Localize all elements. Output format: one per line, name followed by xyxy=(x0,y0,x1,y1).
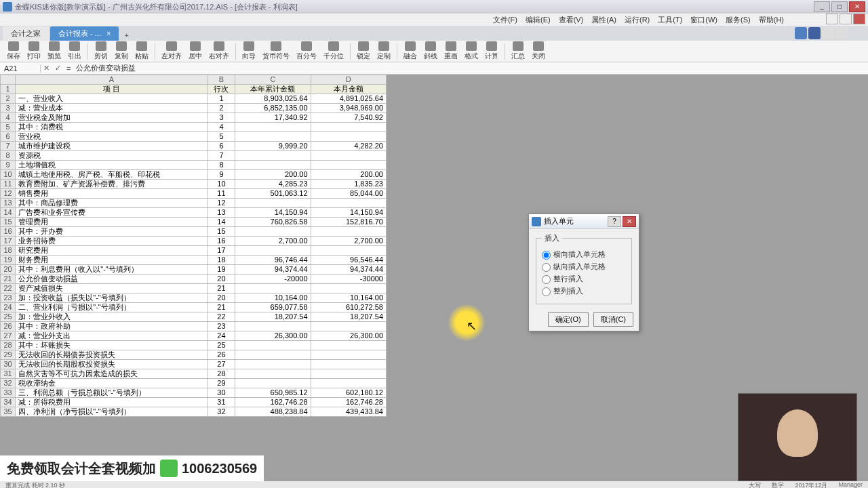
doc-minimize[interactable] xyxy=(826,14,838,24)
row-header[interactable]: 1 xyxy=(1,85,16,94)
row-header[interactable]: 20 xyxy=(1,265,16,274)
cell[interactable] xyxy=(235,227,311,237)
cell[interactable] xyxy=(235,284,311,293)
menu-item[interactable]: 工具(T) xyxy=(655,14,685,26)
row-header[interactable]: 31 xyxy=(1,369,16,379)
close-button[interactable]: ✕ xyxy=(849,1,865,12)
cell[interactable]: 26,300.00 xyxy=(311,331,386,341)
cell[interactable]: 4,891,025.64 xyxy=(311,94,386,104)
col-header[interactable]: D xyxy=(311,75,386,85)
cell[interactable]: 二、营业利润（亏损以"-"号填列） xyxy=(16,303,208,312)
cell[interactable]: 12 xyxy=(208,199,235,208)
cell[interactable]: 27 xyxy=(208,360,235,369)
cell[interactable]: 24 xyxy=(208,331,235,341)
cell[interactable]: 650,985.12 xyxy=(235,388,311,398)
cell[interactable]: 162,746.28 xyxy=(311,398,386,407)
cell[interactable]: 8 xyxy=(208,161,235,170)
cell[interactable]: 94,374.44 xyxy=(311,265,386,274)
cell[interactable] xyxy=(311,284,386,293)
row-header[interactable]: 35 xyxy=(1,407,16,417)
cell[interactable]: 三、利润总额（亏损总额以"-"号填列） xyxy=(16,388,208,398)
cell[interactable]: 6,852,135.00 xyxy=(235,104,311,113)
cell[interactable] xyxy=(235,360,311,369)
cell[interactable]: 其中：消费税 xyxy=(16,123,208,132)
cell[interactable]: 15 xyxy=(208,227,235,237)
cell[interactable]: 其中：开办费 xyxy=(16,227,208,237)
cell[interactable]: 无法收回的长期股权投资损失 xyxy=(16,360,208,369)
toolbar-粘贴[interactable]: 粘贴 xyxy=(132,41,151,62)
toolbar-百分号[interactable]: 百分号 xyxy=(294,41,319,62)
smile-icon[interactable] xyxy=(822,27,834,39)
dialog-close-button[interactable]: ✕ xyxy=(623,216,636,227)
header-cell[interactable]: 项 目 xyxy=(16,85,208,94)
row-header[interactable]: 8 xyxy=(1,151,16,161)
radio-option[interactable]: 纵向插入单元格 xyxy=(542,262,626,272)
toolbar-重画[interactable]: 重画 xyxy=(441,41,460,62)
cell[interactable]: 14 xyxy=(208,218,235,227)
cell[interactable]: 11 xyxy=(208,189,235,199)
cell[interactable]: 城市维护建设税 xyxy=(16,142,208,151)
cell[interactable]: 8,903,025.64 xyxy=(235,94,311,104)
cell[interactable]: 城镇土地使用税、房产税、车船税、印花税 xyxy=(16,170,208,180)
cell[interactable]: 3 xyxy=(208,113,235,123)
cancel-fx-icon[interactable]: ✕ xyxy=(41,64,52,73)
cell[interactable]: 760,826.58 xyxy=(235,218,311,227)
cell[interactable]: 21 xyxy=(208,303,235,312)
cell[interactable]: 28 xyxy=(208,369,235,379)
cell[interactable]: 加：营业外收入 xyxy=(16,312,208,322)
cell[interactable]: 资产减值损失 xyxy=(16,284,208,293)
row-header[interactable]: 30 xyxy=(1,360,16,369)
cell[interactable]: 研究费用 xyxy=(16,246,208,256)
cell[interactable]: 广告费和业务宣传费 xyxy=(16,208,208,218)
cell[interactable]: 营业税金及附加 xyxy=(16,113,208,123)
toolbar-千分位[interactable]: 千分位 xyxy=(321,41,347,62)
cell[interactable]: 14,150.94 xyxy=(235,208,311,218)
radio-option[interactable]: 整列插入 xyxy=(542,286,626,296)
cell[interactable]: 1 xyxy=(208,94,235,104)
cell[interactable] xyxy=(311,123,386,132)
cell[interactable]: 23 xyxy=(208,322,235,331)
cell[interactable]: 32 xyxy=(208,407,235,417)
cell[interactable]: 21 xyxy=(208,284,235,293)
cell[interactable]: 4 xyxy=(208,123,235,132)
cell[interactable] xyxy=(235,199,311,208)
toolbar-定制[interactable]: 定制 xyxy=(374,41,393,62)
cell[interactable]: 财务费用 xyxy=(16,256,208,265)
radio-input[interactable] xyxy=(542,287,551,296)
row-header[interactable]: 2 xyxy=(1,94,16,104)
toolbar-计算[interactable]: 计算 xyxy=(482,41,501,62)
cell[interactable]: 26,300.00 xyxy=(235,331,311,341)
cell[interactable]: 18 xyxy=(208,256,235,265)
cell[interactable] xyxy=(235,379,311,388)
row-header[interactable]: 3 xyxy=(1,104,16,113)
cell[interactable]: 减：所得税费用 xyxy=(16,398,208,407)
cell[interactable] xyxy=(235,161,311,170)
doc-close[interactable] xyxy=(853,14,865,24)
menu-item[interactable]: 帮助(H) xyxy=(756,14,787,26)
menu-item[interactable]: 编辑(E) xyxy=(523,14,553,26)
cell[interactable] xyxy=(311,360,386,369)
toolbar-格式[interactable]: 格式 xyxy=(462,41,481,62)
radio-input[interactable] xyxy=(542,275,551,284)
cell[interactable]: 无法收回的长期债券投资损失 xyxy=(16,350,208,360)
toolbar-预览[interactable]: 预览 xyxy=(45,41,64,62)
radio-option[interactable]: 横向插入单元格 xyxy=(542,249,626,260)
row-header[interactable]: 25 xyxy=(1,312,16,322)
cell[interactable] xyxy=(311,322,386,331)
radio-option[interactable]: 整行插入 xyxy=(542,274,626,284)
cell[interactable]: 17 xyxy=(208,246,235,256)
cell[interactable]: 土地增值税 xyxy=(16,161,208,170)
cell[interactable]: 162,746.28 xyxy=(235,398,311,407)
cell[interactable]: 501,063.12 xyxy=(235,189,311,199)
cell[interactable] xyxy=(235,132,311,142)
cell[interactable]: 业务招待费 xyxy=(16,237,208,246)
cell[interactable] xyxy=(311,132,386,142)
maximize-button[interactable]: □ xyxy=(831,1,848,12)
row-header[interactable]: 22 xyxy=(1,284,16,293)
cell[interactable]: 20 xyxy=(208,274,235,284)
cell[interactable]: 其中：坏账损失 xyxy=(16,341,208,350)
cell[interactable]: 96,546.44 xyxy=(311,256,386,265)
cell[interactable]: 26 xyxy=(208,350,235,360)
col-header[interactable]: C xyxy=(235,75,311,85)
cell[interactable]: 加：投资收益（损失以"-"号填列） xyxy=(16,293,208,303)
